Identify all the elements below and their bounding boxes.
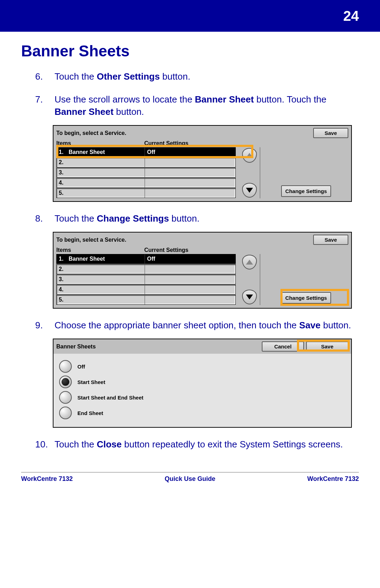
- arrow-up-icon[interactable]: [242, 255, 257, 270]
- page-title: Banner Sheets: [21, 42, 359, 60]
- option-label: Start Sheet: [77, 379, 105, 385]
- row-val: [145, 285, 215, 294]
- row-name: Banner Sheet: [67, 256, 145, 262]
- row-val: [145, 168, 215, 177]
- step-number: 8.: [35, 212, 55, 225]
- bold-text: Close: [97, 439, 122, 450]
- screenshot-panel-2: To begin, select a Service. Save Items C…: [53, 232, 352, 309]
- rows: 1. Banner Sheet Off 2. 3. 4. 5.: [56, 147, 236, 198]
- step-number: 10.: [35, 438, 55, 451]
- bold-text: Other Settings: [97, 71, 160, 82]
- text: button.: [160, 71, 190, 82]
- table-row[interactable]: 4.: [56, 178, 236, 188]
- items-header: Items: [56, 247, 144, 253]
- row-num: 4.: [57, 180, 67, 186]
- list-area: 1. Banner Sheet Off 2. 3. 4. 5. Change S…: [53, 147, 351, 201]
- radio-icon: [59, 360, 72, 373]
- text: Touch the: [55, 71, 97, 82]
- table-row[interactable]: 1. Banner Sheet Off: [56, 254, 236, 264]
- step-text: Touch the Close button repeatedly to exi…: [55, 438, 343, 451]
- row-val: Off: [145, 254, 215, 264]
- step-number: 7.: [35, 93, 55, 118]
- text: button. Touch the: [254, 94, 326, 105]
- row-num: 5.: [57, 190, 67, 196]
- save-button[interactable]: Save: [313, 235, 348, 245]
- row-name: Banner Sheet: [67, 149, 145, 155]
- step-number: 6.: [35, 70, 55, 83]
- save-button[interactable]: Save: [306, 341, 348, 352]
- row-val: [145, 158, 215, 167]
- radio-icon: [59, 391, 72, 404]
- row-val: [145, 295, 215, 304]
- text: Touch the: [55, 439, 97, 450]
- row-val: [145, 275, 215, 284]
- text: button.: [114, 106, 144, 117]
- save-button[interactable]: Save: [313, 128, 348, 138]
- change-settings-button[interactable]: Change Settings: [281, 292, 331, 304]
- items-header: Items: [56, 140, 144, 147]
- cancel-button[interactable]: Cancel: [262, 341, 304, 352]
- scroll-arrows: [239, 147, 260, 198]
- radio-icon: [59, 407, 72, 419]
- row-val: [145, 178, 215, 187]
- row-num: 2.: [57, 266, 67, 272]
- option-off[interactable]: Off: [59, 360, 346, 373]
- table-row[interactable]: 1. Banner Sheet Off: [56, 147, 236, 157]
- change-settings-button[interactable]: Change Settings: [281, 185, 331, 197]
- row-num: 3.: [57, 169, 67, 176]
- option-start-end-sheet[interactable]: Start Sheet and End Sheet: [59, 391, 346, 404]
- table-row[interactable]: 3.: [56, 168, 236, 178]
- option-end-sheet[interactable]: End Sheet: [59, 407, 346, 419]
- prompt-text: To begin, select a Service.: [56, 130, 313, 136]
- row-num: 4.: [57, 286, 67, 293]
- radio-icon: [59, 376, 72, 388]
- options-list: Off Start Sheet Start Sheet and End Shee…: [53, 354, 351, 427]
- bold-text: Save: [299, 320, 321, 330]
- right-column: Change Settings: [264, 254, 348, 305]
- screenshot-panel-3: Banner Sheets Cancel Save Off Start Shee…: [53, 339, 352, 428]
- step-text: Choose the appropriate banner sheet opti…: [55, 319, 351, 332]
- footer: WorkCentre 7132 Quick Use Guide WorkCent…: [0, 475, 380, 497]
- row-val: [145, 188, 215, 198]
- step-text: Touch the Change Settings button.: [55, 212, 200, 225]
- table-row[interactable]: 5.: [56, 295, 236, 305]
- bold-text: Banner Sheet: [55, 106, 114, 117]
- row-val: Off: [145, 148, 215, 157]
- panel-header: To begin, select a Service. Save: [53, 126, 351, 140]
- table-row[interactable]: 2.: [56, 264, 236, 274]
- prompt-text: To begin, select a Service.: [56, 237, 313, 243]
- arrow-up-icon[interactable]: [242, 148, 257, 163]
- table-row[interactable]: 5.: [56, 188, 236, 198]
- table-row[interactable]: 2.: [56, 157, 236, 167]
- text: button.: [321, 320, 351, 330]
- step-10: 10. Touch the Close button repeatedly to…: [35, 438, 359, 451]
- column-headers: Items Current Settings: [53, 246, 351, 254]
- page-number: 24: [343, 8, 359, 24]
- step-7: 7. Use the scroll arrows to locate the B…: [35, 93, 359, 118]
- list-area: 1. Banner Sheet Off 2. 3. 4. 5. Change S…: [53, 254, 351, 308]
- settings-header: Current Settings: [144, 140, 236, 147]
- arrow-down-icon[interactable]: [242, 183, 257, 198]
- row-num: 1.: [57, 256, 67, 262]
- text: button repeatedly to exit the System Set…: [122, 439, 343, 450]
- column-headers: Items Current Settings: [53, 140, 351, 147]
- row-val: [145, 265, 215, 274]
- screenshot-panel-1: To begin, select a Service. Save Items C…: [53, 125, 352, 202]
- table-row[interactable]: 3.: [56, 274, 236, 284]
- right-column: Change Settings: [264, 147, 348, 198]
- row-num: 2.: [57, 159, 67, 166]
- table-row[interactable]: 4.: [56, 285, 236, 295]
- footer-left: WorkCentre 7132: [21, 475, 73, 483]
- footer-right: WorkCentre 7132: [307, 475, 359, 483]
- option-label: Off: [77, 364, 85, 370]
- arrow-down-icon[interactable]: [242, 290, 257, 304]
- text: Use the scroll arrows to locate the: [55, 94, 195, 105]
- text: Touch the: [55, 213, 97, 224]
- option-start-sheet[interactable]: Start Sheet: [59, 376, 346, 388]
- step-number: 9.: [35, 319, 55, 332]
- text: Choose the appropriate banner sheet opti…: [55, 320, 299, 330]
- step-9: 9. Choose the appropriate banner sheet o…: [35, 319, 359, 332]
- option-label: Start Sheet and End Sheet: [77, 395, 144, 401]
- step-6: 6. Touch the Other Settings button.: [35, 70, 359, 83]
- text: button.: [169, 213, 200, 224]
